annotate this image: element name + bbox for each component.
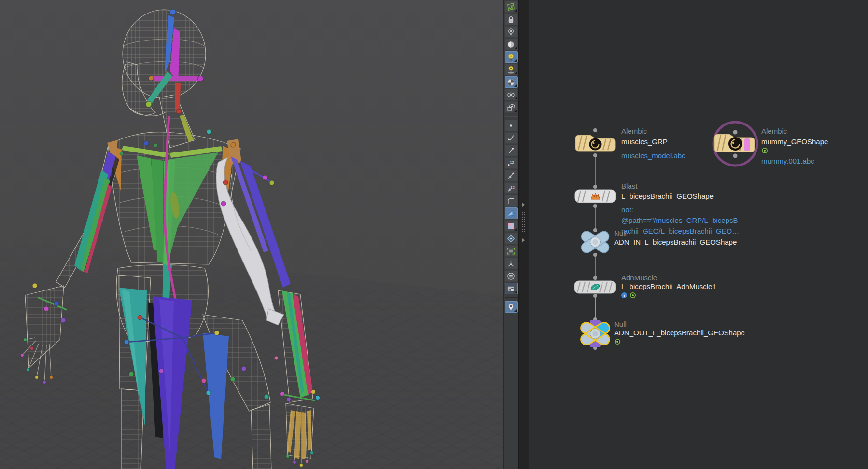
hide-other-objects-icon[interactable]: [505, 89, 518, 100]
node-type-label: Alembic: [621, 127, 647, 135]
node-blast[interactable]: [575, 190, 616, 203]
display-profiles-icon[interactable]: [505, 195, 518, 207]
viewport-snapshot-icon[interactable]: [505, 283, 518, 294]
time-dependent-badge-icon[interactable]: [615, 339, 620, 345]
node-adn-in[interactable]: [579, 229, 611, 255]
node-name-label[interactable]: ADN_OUT_L_bicepsBrachii_GEOShape: [614, 329, 745, 337]
normal-lighting-icon[interactable]: [505, 51, 518, 63]
display-xray-icon[interactable]: [505, 233, 518, 244]
node-comment: muscles_model.abc: [621, 152, 686, 160]
node-comment-line: rachii_GEO/L_bicepsBrachii_GEO…: [621, 227, 739, 235]
smooth-shading-icon[interactable]: [505, 76, 518, 88]
toolbar-separator: [505, 297, 518, 298]
display-point-numbers-icon[interactable]: [505, 157, 518, 169]
node-type-label: AdnMuscle: [621, 274, 657, 282]
node-name-label[interactable]: ADN_IN_L_bicepsBrachii_GEOShape: [614, 238, 737, 246]
node-muscles-grp[interactable]: [575, 135, 615, 151]
display-primitive-normals-icon[interactable]: [505, 170, 518, 181]
node-adnmuscle[interactable]: [574, 281, 616, 293]
application-window: 12 12: [0, 0, 868, 469]
pane-splitter[interactable]: [518, 0, 529, 469]
viewport-display-toolbar: [503, 0, 518, 469]
node-type-label: Null: [614, 320, 627, 328]
node-badges: i: [621, 292, 636, 298]
headlight-only-icon[interactable]: [505, 39, 518, 50]
splitter-grip-handle[interactable]: [521, 211, 526, 233]
display-textures-icon[interactable]: [505, 220, 518, 232]
display-point-normals-icon[interactable]: [505, 132, 518, 144]
time-dependent-badge-icon[interactable]: [630, 292, 636, 298]
node-comment-line: not:: [621, 206, 633, 214]
view-pin-icon[interactable]: [505, 301, 518, 313]
no-lighting-icon[interactable]: [505, 26, 518, 38]
node-type-label: Alembic: [761, 127, 787, 135]
splitter-expand-arrow-icon[interactable]: [522, 238, 525, 242]
node-name-label[interactable]: muscles_GRP: [621, 138, 668, 146]
viewport-3d[interactable]: [0, 0, 503, 469]
display-flag-pink[interactable]: [744, 138, 750, 151]
display-points-icon[interactable]: [505, 120, 518, 131]
viewport-scene: [0, 0, 503, 469]
lock-camera-icon[interactable]: [505, 14, 518, 25]
info-badge-icon[interactable]: i: [621, 292, 627, 298]
ghost-other-objects-icon[interactable]: [505, 101, 518, 113]
display-view-mask-icon[interactable]: [505, 245, 518, 257]
node-name-label[interactable]: L_bicepsBrachii_AdnMuscle1: [621, 282, 716, 290]
node-type-label: Blast: [621, 182, 637, 190]
display-normals-icon[interactable]: [505, 258, 518, 269]
node-adn-out[interactable]: [579, 320, 612, 347]
display-visualizers-icon[interactable]: [505, 270, 518, 282]
network-editor[interactable]: Alembic muscles_GRP muscles_model.abc Al…: [529, 0, 868, 469]
toolbar-separator: [505, 116, 518, 117]
time-dependent-badge-icon[interactable]: [762, 148, 768, 153]
node-name-label[interactable]: mummy_GEOShape: [761, 138, 828, 146]
node-badges: [615, 339, 620, 345]
splitter-expand-arrow-icon[interactable]: [522, 203, 525, 207]
node-name-label[interactable]: L_bicepsBrachii_GEOShape: [621, 192, 714, 200]
node-comment-line: @path=="/muscles_GRP/L_bicepsB: [621, 216, 738, 224]
high-quality-lighting-icon[interactable]: [505, 64, 518, 75]
shade-open-curves-icon[interactable]: [505, 207, 518, 219]
node-mummy-geoshape[interactable]: [714, 134, 755, 152]
display-primitive-numbers-icon[interactable]: [505, 182, 518, 194]
show-handles-icon[interactable]: [505, 1, 518, 13]
node-comment: mummy.001.abc: [761, 157, 814, 165]
node-badges: [762, 148, 768, 153]
display-point-markers-icon[interactable]: [505, 145, 518, 156]
